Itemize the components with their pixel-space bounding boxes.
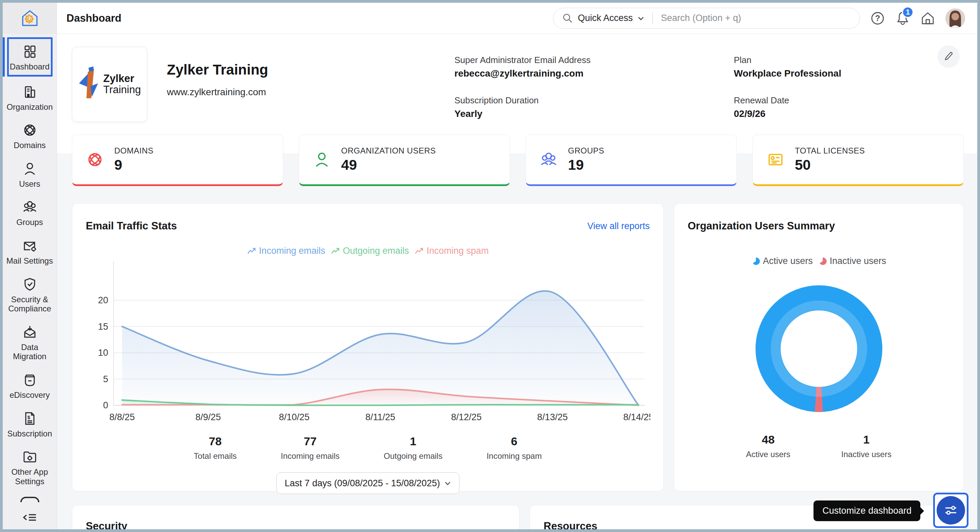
field-label: Plan [734, 55, 944, 65]
invoice-icon: $ [22, 411, 38, 426]
help-button[interactable]: ? [870, 11, 885, 26]
notifications-button[interactable]: 1 [895, 11, 910, 26]
sidebar-item-other-app-settings[interactable]: Other App Settings [5, 444, 55, 489]
notification-badge: 1 [902, 6, 913, 18]
sidebar-item-label: Other App Settings [6, 467, 54, 486]
org-name: Zylker Training [167, 62, 268, 78]
sliders-icon [943, 502, 959, 518]
pie-icon [751, 257, 760, 266]
sidebar-item-label: Groups [16, 218, 43, 227]
svg-text:8/10/25: 8/10/25 [279, 412, 310, 422]
page-title: Dashboard [67, 12, 121, 24]
user-icon [22, 161, 38, 176]
field-label: Subscription Duration [454, 95, 665, 106]
home-button[interactable] [920, 11, 935, 26]
sidebar-item-dashboard[interactable]: Dashboard [7, 37, 52, 76]
svg-text:0: 0 [103, 400, 108, 410]
stat-total-emails: 78 Total emails [194, 435, 237, 461]
sidebar-item-label: Domains [14, 141, 46, 150]
stat-label: DOMAINS [114, 146, 154, 156]
license-card-icon [766, 151, 785, 169]
sidebar-item-domains[interactable]: Domains [5, 118, 55, 154]
stat-card-organization-users[interactable]: ORGANIZATION USERS 49 [299, 135, 510, 186]
users-legend: Active users Inactive users [688, 256, 950, 266]
globe-icon [22, 122, 38, 138]
sidebar-item-mail-settings[interactable]: Mail Settings [5, 233, 55, 269]
svg-text:8/8/25: 8/8/25 [109, 412, 135, 422]
sidebar-item-users[interactable]: Users [5, 156, 55, 192]
svg-text:8/11/25: 8/11/25 [365, 412, 395, 422]
users-summary-card: Organization Users Summary Active users [674, 203, 964, 491]
search-icon [562, 13, 573, 24]
collapse-sidebar-button[interactable] [3, 505, 57, 529]
stat-value: 19 [568, 157, 604, 173]
org-website: www.zylkertraining.com [167, 87, 266, 98]
top-bar: Dashboard Quick Access ? [57, 3, 977, 34]
edit-org-button[interactable] [937, 45, 960, 68]
chevron-down-icon [638, 16, 644, 21]
stat-card-groups[interactable]: GROUPS 19 [526, 135, 737, 186]
sidebar-item-label: Subscription [7, 429, 52, 438]
svg-text:8/13/25: 8/13/25 [537, 412, 568, 422]
sidebar-item-organization[interactable]: Organization [5, 79, 55, 115]
stat-card-domains[interactable]: DOMAINS 9 [72, 135, 283, 186]
view-all-reports-link[interactable]: View all reports [587, 221, 650, 232]
charts-row: Email Traffic Stats View all reports Inc… [72, 203, 964, 491]
email-traffic-chart: 051015208/8/258/9/258/10/258/11/258/12/2… [86, 256, 651, 427]
traffic-stats: 78 Total emails 77 Incoming emails 1 Out… [86, 435, 650, 461]
org-fields-col1: Super Administrator Email Address rebecc… [454, 55, 665, 119]
legend-incoming-emails: Incoming emails [247, 246, 325, 256]
organization-icon [22, 84, 38, 100]
org-fields-col2: Plan Workplace Professional Renewal Date… [734, 55, 944, 119]
org-logo: Zylker Training [72, 47, 147, 122]
active-indicator [3, 37, 5, 76]
user-avatar[interactable] [945, 8, 965, 28]
stat-label: GROUPS [568, 146, 604, 156]
group-icon [22, 199, 38, 215]
field-value: Yearly [454, 108, 665, 119]
search-bar[interactable]: Quick Access [553, 8, 860, 29]
stat-card-total-licenses[interactable]: TOTAL LICENSES 50 [752, 135, 964, 186]
group-icon [539, 151, 558, 169]
quick-access-dropdown[interactable]: Quick Access [578, 13, 633, 23]
stat-inactive-users: 1 Inactive users [841, 433, 891, 459]
sidebar-item-label: Dashboard [10, 62, 49, 71]
card-title: Organization Users Summary [688, 220, 835, 232]
sidebar-item-subscription[interactable]: $ Subscription [5, 406, 55, 442]
app-logo[interactable] [3, 3, 57, 34]
trend-up-icon [247, 247, 256, 255]
svg-text:20: 20 [98, 295, 108, 305]
sidebar-item-ediscovery[interactable]: eDiscovery [5, 367, 55, 403]
stat-incoming-emails: 77 Incoming emails [281, 435, 339, 461]
sidebar-item-security-compliance[interactable]: Security & Compliance [5, 272, 55, 317]
customize-fab-focus-ring [933, 493, 969, 528]
svg-text:8/12/25: 8/12/25 [451, 412, 482, 422]
sidebar-item-label: Users [19, 179, 40, 189]
stat-cards: DOMAINS 9 ORGANIZATION USERS 49 [72, 135, 964, 186]
search-input[interactable] [661, 13, 851, 23]
field-value: rebecca@zylkertraining.com [454, 68, 665, 79]
date-range-selector[interactable]: Last 7 days (09/08/2025 - 15/08/2025) [276, 472, 460, 494]
customize-dashboard-button[interactable] [937, 496, 965, 524]
sidebar-item-groups[interactable]: Groups [5, 194, 55, 230]
home-icon [920, 11, 935, 26]
collapse-icon [22, 511, 37, 524]
sidebar-item-label: Data Migration [6, 343, 54, 361]
sidebar-item-label: Security & Compliance [6, 295, 54, 313]
sidebar-nav: Dashboard Organization Domains [3, 34, 57, 505]
avatar-image [945, 8, 965, 28]
svg-text:8/14/25: 8/14/25 [623, 412, 651, 422]
dashboard-icon [22, 44, 38, 59]
home-gear-logo-icon [20, 8, 40, 28]
sidebar-item-data-migration[interactable]: Data Migration [5, 319, 55, 365]
archive-icon [22, 372, 38, 387]
svg-text:8/9/25: 8/9/25 [195, 412, 221, 422]
clipped-menu-icon [20, 497, 39, 502]
mail-download-icon [22, 324, 38, 340]
pie-icon [818, 257, 827, 266]
svg-text:?: ? [875, 14, 880, 23]
trend-up-icon [414, 247, 424, 255]
sidebar-item-label: eDiscovery [10, 391, 50, 400]
stat-incoming-spam: 6 Incoming spam [487, 435, 542, 461]
search-divider [652, 13, 653, 24]
